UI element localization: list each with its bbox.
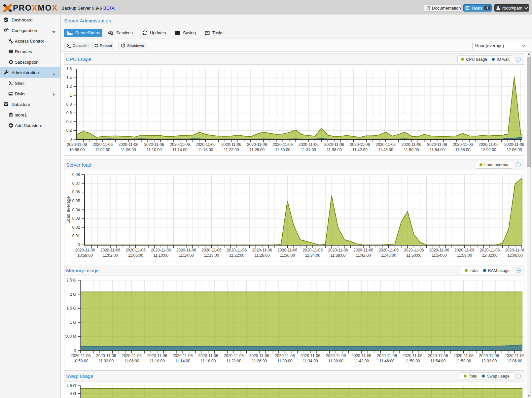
svg-text:0: 0 bbox=[70, 137, 72, 142]
svg-text:11:42:00: 11:42:00 bbox=[356, 253, 371, 258]
svg-text:12:06:00: 12:06:00 bbox=[507, 359, 522, 363]
svg-text:2020-11-06: 2020-11-06 bbox=[201, 248, 222, 252]
svg-text:0.03: 0.03 bbox=[72, 216, 80, 221]
svg-text:2020-11-06: 2020-11-06 bbox=[300, 353, 320, 358]
svg-text:11:34:00: 11:34:00 bbox=[303, 359, 318, 363]
svg-text:2020-11-06: 2020-11-06 bbox=[505, 353, 524, 358]
svg-text:11:54:00: 11:54:00 bbox=[432, 253, 447, 258]
svg-text:0.6: 0.6 bbox=[66, 111, 72, 115]
svg-text:2020-11-06: 2020-11-06 bbox=[299, 142, 319, 147]
svg-text:11:42:00: 11:42:00 bbox=[352, 148, 368, 152]
svg-text:2020-11-06: 2020-11-06 bbox=[173, 353, 193, 358]
svg-text:2020-11-06: 2020-11-06 bbox=[378, 248, 399, 252]
svg-text:0.05: 0.05 bbox=[72, 199, 80, 203]
svg-text:2020-11-06: 2020-11-06 bbox=[404, 248, 424, 252]
svg-text:2020-11-06: 2020-11-06 bbox=[505, 248, 524, 252]
svg-text:2020-11-06: 2020-11-06 bbox=[479, 353, 499, 358]
svg-text:0.06: 0.06 bbox=[72, 190, 80, 194]
svg-text:Load average: Load average bbox=[66, 196, 71, 224]
svg-text:2020-11-06: 2020-11-06 bbox=[249, 353, 269, 358]
svg-text:2020-11-06: 2020-11-06 bbox=[479, 142, 499, 147]
svg-text:1 G: 1 G bbox=[70, 320, 76, 325]
svg-text:0.07: 0.07 bbox=[72, 181, 80, 186]
svg-text:1.2: 1.2 bbox=[66, 84, 72, 89]
svg-text:4 G: 4 G bbox=[70, 391, 76, 396]
svg-text:2020-11-06: 2020-11-06 bbox=[324, 142, 344, 147]
svg-text:2020-11-06: 2020-11-06 bbox=[453, 142, 473, 147]
svg-text:11:18:00: 11:18:00 bbox=[198, 148, 213, 152]
svg-text:11:22:00: 11:22:00 bbox=[226, 359, 241, 363]
svg-text:11:22:00: 11:22:00 bbox=[224, 148, 239, 152]
svg-text:1.5 G: 1.5 G bbox=[66, 306, 76, 311]
svg-text:11:06:00: 11:06:00 bbox=[124, 359, 139, 363]
svg-text:11:58:00: 11:58:00 bbox=[456, 359, 471, 363]
svg-text:1.4: 1.4 bbox=[66, 76, 72, 80]
svg-text:2020-11-06: 2020-11-06 bbox=[198, 353, 218, 358]
svg-text:11:10:00: 11:10:00 bbox=[147, 148, 162, 152]
svg-text:0: 0 bbox=[78, 243, 80, 247]
svg-text:0.08: 0.08 bbox=[72, 172, 80, 177]
svg-text:11:46:00: 11:46:00 bbox=[379, 359, 395, 363]
svg-text:11:46:00: 11:46:00 bbox=[381, 253, 396, 258]
svg-text:2020-11-06: 2020-11-06 bbox=[119, 142, 139, 147]
svg-text:10:58:00: 10:58:00 bbox=[73, 359, 89, 363]
svg-text:2 G: 2 G bbox=[70, 292, 76, 297]
svg-text:0.8: 0.8 bbox=[66, 102, 72, 107]
svg-text:2020-11-06: 2020-11-06 bbox=[480, 248, 500, 252]
svg-text:2020-11-06: 2020-11-06 bbox=[224, 353, 244, 358]
svg-text:11:14:00: 11:14:00 bbox=[179, 253, 194, 258]
svg-text:11:02:00: 11:02:00 bbox=[98, 359, 114, 363]
svg-text:11:34:00: 11:34:00 bbox=[305, 253, 320, 258]
svg-text:11:18:00: 11:18:00 bbox=[204, 253, 219, 258]
svg-text:11:02:00: 11:02:00 bbox=[95, 148, 110, 152]
svg-text:2020-11-06: 2020-11-06 bbox=[122, 353, 142, 358]
svg-text:2020-11-06: 2020-11-06 bbox=[429, 248, 449, 252]
svg-text:11:54:00: 11:54:00 bbox=[430, 359, 445, 363]
svg-text:0.2: 0.2 bbox=[66, 128, 72, 133]
svg-text:11:26:00: 11:26:00 bbox=[255, 253, 270, 258]
svg-text:2020-11-06: 2020-11-06 bbox=[277, 248, 298, 252]
svg-text:2020-11-06: 2020-11-06 bbox=[144, 142, 164, 147]
svg-text:2020-11-06: 2020-11-06 bbox=[376, 142, 396, 147]
svg-text:11:06:00: 11:06:00 bbox=[121, 148, 136, 152]
svg-text:12:06:00: 12:06:00 bbox=[507, 148, 522, 152]
svg-text:11:34:00: 11:34:00 bbox=[301, 148, 316, 152]
svg-text:2020-11-06: 2020-11-06 bbox=[195, 142, 216, 147]
svg-text:2020-11-06: 2020-11-06 bbox=[326, 353, 346, 358]
svg-text:0.04: 0.04 bbox=[72, 208, 80, 212]
svg-text:12:02:00: 12:02:00 bbox=[482, 253, 498, 258]
svg-text:11:46:00: 11:46:00 bbox=[378, 148, 393, 152]
svg-text:2020-11-06: 2020-11-06 bbox=[176, 248, 196, 252]
svg-text:0: 0 bbox=[74, 348, 76, 353]
svg-text:2020-11-06: 2020-11-06 bbox=[427, 142, 447, 147]
svg-text:2020-11-06: 2020-11-06 bbox=[151, 248, 171, 252]
svg-text:11:50:00: 11:50:00 bbox=[406, 253, 421, 258]
svg-text:500 M: 500 M bbox=[65, 334, 76, 339]
svg-text:11:30:00: 11:30:00 bbox=[280, 253, 295, 258]
svg-text:11:10:00: 11:10:00 bbox=[153, 253, 168, 258]
svg-text:11:58:00: 11:58:00 bbox=[455, 148, 471, 152]
svg-text:2020-11-06: 2020-11-06 bbox=[96, 353, 116, 358]
svg-text:2.5 G: 2.5 G bbox=[66, 278, 76, 282]
svg-text:11:38:00: 11:38:00 bbox=[331, 253, 346, 258]
svg-text:2020-11-06: 2020-11-06 bbox=[353, 248, 373, 252]
svg-text:1.6: 1.6 bbox=[66, 67, 72, 71]
svg-text:0.01: 0.01 bbox=[72, 234, 80, 238]
svg-text:2020-11-06: 2020-11-06 bbox=[273, 142, 293, 147]
svg-text:2020-11-06: 2020-11-06 bbox=[75, 248, 95, 252]
svg-text:2020-11-06: 2020-11-06 bbox=[428, 353, 448, 358]
svg-text:11:02:00: 11:02:00 bbox=[103, 253, 118, 258]
svg-text:2020-11-06: 2020-11-06 bbox=[453, 353, 474, 358]
svg-text:1: 1 bbox=[70, 93, 72, 98]
svg-text:11:14:00: 11:14:00 bbox=[175, 359, 190, 363]
svg-text:11:38:00: 11:38:00 bbox=[328, 359, 343, 363]
svg-text:11:06:00: 11:06:00 bbox=[128, 253, 143, 258]
svg-text:2020-11-06: 2020-11-06 bbox=[454, 248, 475, 252]
svg-text:2020-11-06: 2020-11-06 bbox=[125, 248, 146, 252]
svg-text:2020-11-06: 2020-11-06 bbox=[71, 353, 91, 358]
svg-text:2020-11-06: 2020-11-06 bbox=[247, 142, 267, 147]
svg-text:2020-11-06: 2020-11-06 bbox=[403, 353, 423, 358]
svg-text:2020-11-06: 2020-11-06 bbox=[328, 248, 348, 252]
svg-text:11:26:00: 11:26:00 bbox=[249, 148, 265, 152]
svg-text:11:50:00: 11:50:00 bbox=[405, 359, 420, 363]
